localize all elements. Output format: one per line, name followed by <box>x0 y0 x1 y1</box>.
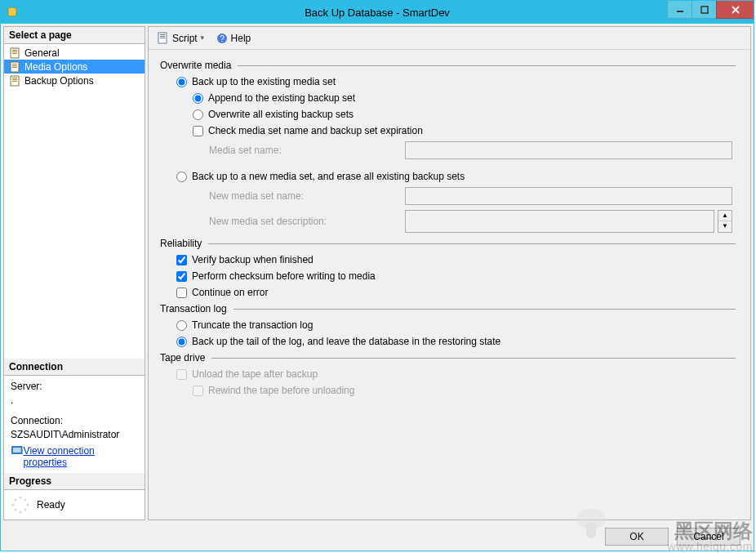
ok-button[interactable]: OK <box>605 528 669 546</box>
svg-rect-18 <box>13 448 21 453</box>
new-media-set-label: Back up to a new media set, and erase al… <box>192 171 465 182</box>
maximize-button[interactable] <box>692 1 716 19</box>
spinner-icon <box>11 495 30 515</box>
new-media-name-input <box>405 187 732 205</box>
rewind-tape-label: Rewind the tape before unloading <box>208 385 354 396</box>
svg-rect-30 <box>160 38 165 38</box>
backup-existing-radio[interactable] <box>176 77 187 87</box>
svg-point-26 <box>15 499 17 502</box>
page-icon <box>9 60 22 74</box>
connection-label: Connection: <box>11 415 138 426</box>
close-button[interactable] <box>716 1 754 19</box>
svg-point-21 <box>27 504 29 506</box>
new-media-name-label: New media set name: <box>209 190 405 202</box>
checksum-checkbox[interactable] <box>176 271 187 282</box>
page-icon <box>9 74 22 87</box>
svg-text:?: ? <box>220 34 225 43</box>
view-connection-properties-link[interactable]: View connection properties <box>24 445 138 468</box>
server-label: Server: <box>11 381 138 392</box>
media-set-name-input <box>405 141 732 159</box>
checksum-label: Perform checksum before writing to media <box>192 270 376 282</box>
transaction-log-group: Transaction log <box>160 303 232 314</box>
svg-rect-29 <box>160 36 165 37</box>
overwrite-all-radio[interactable] <box>193 109 203 120</box>
help-button[interactable]: ? Help <box>212 30 255 47</box>
script-icon <box>157 32 170 45</box>
progress-status: Ready <box>37 499 65 511</box>
chevron-down-icon: ▼ <box>199 34 206 42</box>
sidebar-page-backup-options[interactable]: Backup Options <box>4 74 145 87</box>
backup-tail-label: Back up the tail of the log, and leave t… <box>192 336 500 347</box>
script-button[interactable]: Script ▼ <box>153 30 209 47</box>
media-set-name-label: Media set name: <box>209 145 405 156</box>
server-value: . <box>11 395 138 406</box>
svg-rect-8 <box>12 53 17 54</box>
progress-header: Progress <box>4 473 145 490</box>
script-label: Script <box>172 33 198 44</box>
page-icon <box>9 47 22 60</box>
sidebar-page-label: Backup Options <box>24 75 94 87</box>
svg-rect-2 <box>701 7 708 13</box>
overwrite-all-label: Overwrite all existing backup sets <box>208 109 354 120</box>
svg-point-19 <box>20 497 22 499</box>
sidebar-page-label: Media Options <box>24 61 87 73</box>
chevron-up-icon[interactable]: ▲ <box>718 211 732 221</box>
append-radio[interactable] <box>193 93 203 104</box>
svg-rect-10 <box>12 64 17 65</box>
sidebar-page-media-options[interactable]: Media Options <box>4 60 145 74</box>
new-media-desc-input <box>405 210 714 233</box>
svg-rect-12 <box>12 67 17 68</box>
svg-rect-14 <box>12 78 17 78</box>
tape-drive-group: Tape drive <box>160 352 210 363</box>
backup-existing-label: Back up to the existing media set <box>192 76 336 87</box>
window-title: Back Up Database - SmartDev <box>1 7 754 19</box>
sidebar-page-label: General <box>24 47 60 59</box>
new-media-set-radio[interactable] <box>176 172 187 182</box>
verify-checkbox[interactable] <box>176 255 187 265</box>
unload-tape-checkbox <box>176 369 187 380</box>
new-media-desc-label: New media set description: <box>209 216 405 227</box>
svg-rect-11 <box>12 65 17 66</box>
check-media-label: Check media set name and backup set expi… <box>208 125 423 136</box>
continue-on-error-checkbox[interactable] <box>176 288 187 298</box>
minimize-button[interactable] <box>667 1 692 19</box>
backup-tail-radio[interactable] <box>176 337 187 347</box>
help-icon: ? <box>216 32 229 45</box>
svg-point-20 <box>24 499 27 502</box>
cancel-button[interactable]: Cancel <box>677 528 740 546</box>
continue-on-error-label: Continue on error <box>192 287 268 298</box>
reliability-group: Reliability <box>160 238 207 249</box>
svg-rect-16 <box>12 81 17 82</box>
help-label: Help <box>231 33 251 44</box>
unload-tape-label: Unload the tape after backup <box>192 368 318 380</box>
append-label: Append to the existing backup set <box>208 92 355 104</box>
select-a-page-header: Select a page <box>4 27 145 44</box>
svg-rect-28 <box>160 34 165 35</box>
connection-header: Connection <box>4 359 145 376</box>
svg-rect-7 <box>12 51 17 52</box>
svg-rect-6 <box>12 50 17 51</box>
rewind-tape-checkbox <box>193 386 203 396</box>
properties-icon <box>11 444 24 457</box>
svg-rect-15 <box>12 79 17 80</box>
connection-value: SZSAUDIT\Administrator <box>11 429 138 440</box>
truncate-radio[interactable] <box>176 320 187 331</box>
sidebar-page-general[interactable]: General <box>4 46 145 60</box>
svg-point-25 <box>12 504 15 506</box>
check-media-checkbox[interactable] <box>193 126 203 136</box>
svg-point-24 <box>15 509 17 511</box>
overwrite-media-group: Overwrite media <box>160 60 236 71</box>
chevron-down-icon[interactable]: ▼ <box>718 221 732 232</box>
verify-label: Verify backup when finished <box>192 254 314 265</box>
svg-point-23 <box>20 511 22 514</box>
truncate-label: Truncate the transaction log <box>192 319 313 331</box>
svg-point-22 <box>24 509 27 511</box>
